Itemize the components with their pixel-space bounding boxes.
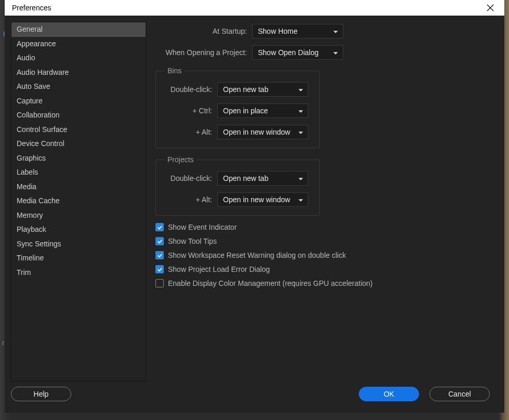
label-bins-doubleclick: Double-click:	[164, 85, 212, 94]
checkbox-show-tool-tips[interactable]	[155, 237, 164, 245]
row-projects-alt: + Alt: Open in new window	[164, 192, 311, 207]
check-icon	[157, 225, 163, 230]
category-sidebar: GeneralAppearanceAudioAudio HardwareAuto…	[11, 22, 146, 382]
check-icon	[157, 267, 163, 272]
sidebar-item-control-surface[interactable]: Control Surface	[11, 123, 146, 137]
row-projects-doubleclick: Double-click: Open new tab	[164, 171, 311, 186]
titlebar: Preferences	[5, 0, 504, 16]
sidebar-item-memory[interactable]: Memory	[11, 208, 146, 223]
close-button[interactable]	[482, 0, 498, 16]
split-pane: GeneralAppearanceAudioAudio HardwareAuto…	[11, 22, 498, 382]
label-at-startup: At Startup:	[155, 27, 247, 35]
row-bins-ctrl: + Ctrl: Open in place	[164, 103, 311, 118]
select-value: Open in place	[223, 107, 268, 115]
chevron-down-icon	[333, 28, 338, 36]
checkbox-row-show-event-indicator: Show Event Indicator	[155, 223, 492, 231]
checkbox-label: Enable Display Color Management (require…	[168, 279, 373, 287]
select-value: Open in new window	[223, 195, 290, 204]
chevron-down-icon	[298, 175, 304, 183]
checkbox-label: Show Event Indicator	[168, 223, 237, 231]
checkbox-list: Show Event IndicatorShow Tool TipsShow W…	[155, 223, 492, 287]
ok-button[interactable]: OK	[359, 387, 419, 401]
general-settings-panel: At Startup: Show Home When Opening a Pro…	[146, 22, 498, 382]
label-open-project: When Opening a Project:	[155, 48, 247, 57]
checkbox-row-show-tool-tips: Show Tool Tips	[155, 237, 492, 245]
sidebar-item-media[interactable]: Media	[11, 180, 146, 194]
check-icon	[157, 253, 163, 258]
row-at-startup: At Startup: Show Home	[155, 24, 492, 38]
select-value: Open in new window	[223, 128, 290, 136]
chevron-down-icon	[333, 49, 338, 58]
checkbox-show-workspace-reset-warning[interactable]	[155, 251, 164, 259]
sidebar-item-audio[interactable]: Audio	[11, 51, 146, 65]
sidebar-item-trim[interactable]: Trim	[11, 266, 146, 280]
select-open-project[interactable]: Show Open Dialog	[252, 45, 343, 60]
chevron-down-icon	[298, 196, 304, 205]
select-bins-doubleclick[interactable]: Open new tab	[217, 82, 308, 97]
sidebar-item-device-control[interactable]: Device Control	[11, 137, 146, 151]
checkbox-row-show-workspace-reset-warning: Show Workspace Reset Warning dialog on d…	[155, 251, 492, 259]
sidebar-item-playback[interactable]: Playback	[11, 222, 146, 237]
sidebar-item-audio-hardware[interactable]: Audio Hardware	[11, 65, 146, 80]
row-bins-alt: + Alt: Open in new window	[164, 125, 311, 139]
label-projects-doubleclick: Double-click:	[164, 174, 212, 182]
checkbox-show-project-load-error[interactable]	[155, 265, 164, 273]
checkbox-row-enable-display-color-management: Enable Display Color Management (require…	[155, 279, 492, 287]
checkbox-show-event-indicator[interactable]	[155, 223, 164, 231]
sidebar-item-graphics[interactable]: Graphics	[11, 151, 146, 166]
sidebar-item-timeline[interactable]: Timeline	[11, 251, 146, 266]
checkbox-label: Show Tool Tips	[168, 237, 217, 245]
select-projects-alt[interactable]: Open in new window	[217, 192, 308, 207]
select-projects-doubleclick[interactable]: Open new tab	[217, 171, 308, 186]
select-value: Open new tab	[223, 85, 268, 94]
dialog-body: GeneralAppearanceAudioAudio HardwareAuto…	[5, 16, 504, 413]
check-icon	[157, 239, 163, 244]
select-value: Open new tab	[223, 174, 268, 182]
bg-letter-r: r	[2, 339, 4, 347]
label-bins-alt: + Alt:	[164, 128, 212, 136]
close-icon	[487, 4, 494, 11]
chevron-down-icon	[298, 86, 304, 95]
chevron-down-icon	[298, 129, 304, 137]
checkbox-label: Show Workspace Reset Warning dialog on d…	[168, 251, 346, 259]
sidebar-item-capture[interactable]: Capture	[11, 94, 146, 109]
select-at-startup[interactable]: Show Home	[252, 24, 343, 38]
legend-bins: Bins	[164, 67, 185, 75]
label-projects-alt: + Alt:	[164, 195, 212, 204]
help-button[interactable]: Help	[11, 387, 71, 401]
sidebar-item-auto-save[interactable]: Auto Save	[11, 80, 146, 94]
select-value: Show Open Dialog	[258, 48, 319, 57]
sidebar-item-sync-settings[interactable]: Sync Settings	[11, 237, 146, 252]
sidebar-item-collaboration[interactable]: Collaboration	[11, 108, 146, 123]
sidebar-item-media-cache[interactable]: Media Cache	[11, 194, 146, 208]
select-value: Show Home	[258, 27, 297, 35]
label-bins-ctrl: + Ctrl:	[164, 107, 212, 115]
row-open-project: When Opening a Project: Show Open Dialog	[155, 45, 492, 60]
checkbox-row-show-project-load-error: Show Project Load Error Dialog	[155, 265, 492, 273]
select-bins-alt[interactable]: Open in new window	[217, 125, 308, 139]
group-bins: Bins Double-click: Open new tab + Ctrl: …	[155, 67, 320, 148]
chevron-down-icon	[298, 108, 304, 116]
dialog-footer: Help OK Cancel	[11, 382, 498, 406]
select-bins-ctrl[interactable]: Open in place	[217, 103, 308, 118]
group-projects: Projects Double-click: Open new tab + Al…	[155, 155, 320, 216]
legend-projects: Projects	[164, 155, 197, 164]
sidebar-item-labels[interactable]: Labels	[11, 165, 146, 180]
checkbox-label: Show Project Load Error Dialog	[168, 265, 270, 273]
sidebar-item-appearance[interactable]: Appearance	[11, 37, 146, 51]
sidebar-item-general[interactable]: General	[11, 22, 146, 37]
checkbox-enable-display-color-management[interactable]	[155, 279, 164, 287]
dialog-title: Preferences	[12, 4, 51, 12]
row-bins-doubleclick: Double-click: Open new tab	[164, 82, 311, 97]
cancel-button[interactable]: Cancel	[429, 387, 490, 401]
preferences-dialog: Preferences GeneralAppearanceAudioAudio …	[5, 0, 504, 413]
